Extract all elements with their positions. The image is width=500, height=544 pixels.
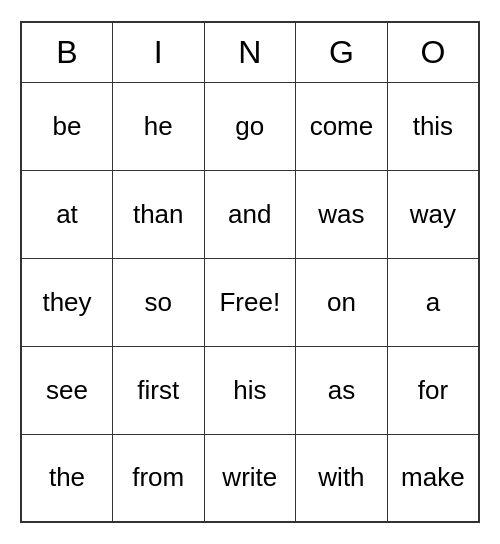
cell-3-0: see: [21, 346, 112, 434]
cell-1-1: than: [112, 170, 204, 258]
cell-3-1: first: [112, 346, 204, 434]
row-4: thefromwritewithmake: [21, 434, 479, 522]
cell-2-4: a: [387, 258, 479, 346]
row-0: behegocomethis: [21, 82, 479, 170]
bingo-card: BINGO behegocomethisatthanandwaswaytheys…: [20, 21, 480, 523]
header-col-n: N: [204, 22, 296, 82]
cell-4-0: the: [21, 434, 112, 522]
cell-3-3: as: [296, 346, 388, 434]
cell-1-4: way: [387, 170, 479, 258]
header-col-b: B: [21, 22, 112, 82]
row-1: atthanandwasway: [21, 170, 479, 258]
cell-1-3: was: [296, 170, 388, 258]
cell-4-1: from: [112, 434, 204, 522]
cell-3-4: for: [387, 346, 479, 434]
cell-0-3: come: [296, 82, 388, 170]
cell-4-3: with: [296, 434, 388, 522]
cell-2-0: they: [21, 258, 112, 346]
cell-3-2: his: [204, 346, 296, 434]
cell-0-4: this: [387, 82, 479, 170]
cell-0-1: he: [112, 82, 204, 170]
cell-1-0: at: [21, 170, 112, 258]
cell-4-2: write: [204, 434, 296, 522]
cell-2-3: on: [296, 258, 388, 346]
cell-0-2: go: [204, 82, 296, 170]
cell-2-2: Free!: [204, 258, 296, 346]
header-col-o: O: [387, 22, 479, 82]
header-col-i: I: [112, 22, 204, 82]
cell-2-1: so: [112, 258, 204, 346]
row-2: theysoFree!ona: [21, 258, 479, 346]
row-3: seefirsthisasfor: [21, 346, 479, 434]
cell-1-2: and: [204, 170, 296, 258]
cell-0-0: be: [21, 82, 112, 170]
header-col-g: G: [296, 22, 388, 82]
header-row: BINGO: [21, 22, 479, 82]
cell-4-4: make: [387, 434, 479, 522]
